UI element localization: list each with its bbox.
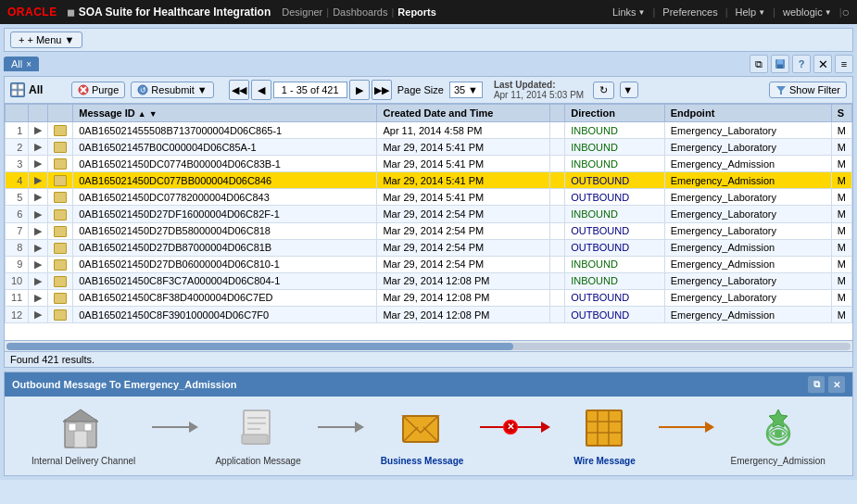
row-sort [550,256,565,272]
col-endpoint[interactable]: Endpoint [664,105,831,122]
app-title: SOA Suite for Healthcare Integration [79,6,271,19]
bottom-panel-restore-button[interactable]: ⧉ [808,376,825,393]
col-direction[interactable]: Direction [565,105,664,122]
row-expand[interactable]: ▶ [29,139,48,156]
row-expand[interactable]: ▶ [29,289,48,306]
row-message-id: 0AB165021450D27DB58000004D06C818 [73,222,377,239]
table-row[interactable]: 4 ▶ 0AB165021450DC077BB000004D06C846 Mar… [6,172,852,189]
restore-window-button[interactable]: ⧉ [750,55,768,73]
user-menu[interactable]: weblogic ▼ [775,6,839,18]
connector-3: ✕ [480,420,550,435]
options-button[interactable]: ▼ [620,82,638,98]
row-expand[interactable]: ▶ [29,222,48,239]
row-expand[interactable]: ▶ [29,206,48,222]
arrow-head-4 [705,422,714,433]
dashboards-nav-link[interactable]: Dashboards [333,6,387,18]
table-row[interactable]: 9 ▶ 0AB165021450D27DB06000004D06C810-1 M… [6,256,852,272]
row-expand[interactable]: ▶ [29,189,48,206]
save-button[interactable] [771,55,789,73]
page-size-control[interactable]: 35 ▼ [449,82,483,98]
table-row[interactable]: 8 ▶ 0AB165021450D27DB87000004D06C81B Mar… [6,239,852,256]
col-created-date[interactable]: Created Date and Time [377,105,550,122]
close-tab-button[interactable]: ✕ [813,55,832,73]
user-dropdown-arrow: ▼ [825,8,832,17]
oracle-text: ORACLE [7,6,57,19]
wire-message-label: Wire Message [573,456,636,466]
row-endpoint: Emergency_Admission [664,307,831,323]
designer-nav-link[interactable]: Designer [282,6,322,18]
tab-close-button[interactable]: × [26,59,32,69]
pagination-buttons: ◀◀ ◀ 1 - 35 of 421 ▶ ▶▶ [229,80,392,100]
col-expand [29,105,48,122]
row-sort [550,189,565,206]
reports-nav-link[interactable]: Reports [397,6,436,18]
connector-2 [318,422,364,433]
row-status: M [831,222,851,239]
scroll-thumb[interactable] [6,343,513,350]
refresh-button[interactable]: ↻ [593,82,614,99]
col-icon [48,105,73,122]
next-page-button[interactable]: ▶ [349,80,370,100]
internal-delivery-label: Internal Delivery Channel [32,456,135,466]
help-menu[interactable]: Help ▼ [728,6,774,18]
table-row[interactable]: 3 ▶ 0AB165021450DC0774B000004D06C83B-1 M… [6,156,852,172]
row-number: 6 [6,206,29,222]
row-expand[interactable]: ▶ [29,172,48,189]
table-row[interactable]: 6 ▶ 0AB165021450D27DF16000004D06C82F-1 M… [6,206,852,222]
scroll-track[interactable] [6,343,851,350]
row-expand[interactable]: ▶ [29,239,48,256]
all-tab[interactable]: All × [4,57,39,71]
flow-node-wire-message: Wire Message [567,406,641,466]
row-date: Mar 29, 2014 2:54 PM [377,206,550,222]
table-row[interactable]: 7 ▶ 0AB165021450D27DB58000004D06C818 Mar… [6,222,852,239]
row-expand[interactable]: ▶ [29,272,48,289]
sort-desc-icon: ▼ [149,109,158,119]
horizontal-scrollbar[interactable] [5,340,852,351]
business-message-label: Business Message [381,456,464,466]
table-row[interactable]: 1 ▶ 0AB165021455508B7137000004D06C865-1 … [6,122,852,139]
resubmit-button[interactable]: ↺ Resubmit ▼ [131,82,213,98]
svg-rect-16 [69,423,76,431]
prev-page-button[interactable]: ◀ [251,80,271,100]
last-page-button[interactable]: ▶▶ [372,80,392,100]
connector-line-2 [318,426,355,428]
row-status: M [831,172,851,189]
row-expand[interactable]: ▶ [29,256,48,272]
row-icon [48,222,73,239]
row-number: 11 [6,289,29,306]
table-row[interactable]: 11 ▶ 0AB165021450C8F38D4000004D06C7ED Ma… [6,289,852,306]
table-body: 1 ▶ 0AB165021455508B7137000004D06C865-1 … [6,122,852,323]
first-page-button[interactable]: ◀◀ [229,80,249,100]
table-row[interactable]: 10 ▶ 0AB165021450C8F3C7A000004D06C804-1 … [6,272,852,289]
window-button[interactable]: ○ [842,5,850,19]
table-header-row: Message ID ▲ ▼ Created Date and Time Dir… [6,105,852,122]
row-message-id: 0AB165021450D27DB87000004D06C81B [73,239,377,256]
col-message-id[interactable]: Message ID ▲ ▼ [73,105,377,122]
page-size-value: 35 [454,84,465,95]
menu-tab-button[interactable]: ≡ [835,55,853,73]
show-filter-button[interactable]: Show Filter [769,82,847,98]
row-expand[interactable]: ▶ [29,156,48,172]
row-expand[interactable]: ▶ [29,307,48,323]
table-row[interactable]: 2 ▶ 0AB165021457B0C000004D06C85A-1 Mar 2… [6,139,852,156]
purge-button[interactable]: Purge [71,82,125,98]
row-status: M [831,206,851,222]
svg-point-33 [775,430,782,437]
table-row[interactable]: 5 ▶ 0AB165021450DC07782000004D06C843 Mar… [6,189,852,206]
connector-line-1 [152,426,189,428]
preferences-menu[interactable]: Preferences [655,6,725,18]
help-button[interactable]: ? [792,55,811,73]
table-scroll-area[interactable]: Message ID ▲ ▼ Created Date and Time Dir… [5,104,852,340]
row-message-id: 0AB165021450DC07782000004D06C843 [73,189,377,206]
row-expand[interactable]: ▶ [29,122,48,139]
col-s[interactable]: S [831,105,851,122]
row-status: M [831,239,851,256]
links-menu[interactable]: Links ▼ [605,6,653,18]
row-endpoint: Emergency_Admission [664,172,831,189]
bottom-panel-close-button[interactable]: ✕ [828,376,845,393]
row-date: Mar 29, 2014 2:54 PM [377,239,550,256]
row-direction: OUTBOUND [565,222,664,239]
row-direction: OUTBOUND [565,289,664,306]
menu-button[interactable]: + + Menu ▼ [10,32,82,48]
table-row[interactable]: 12 ▶ 0AB165021450C8F3901000004D06C7F0 Ma… [6,307,852,323]
